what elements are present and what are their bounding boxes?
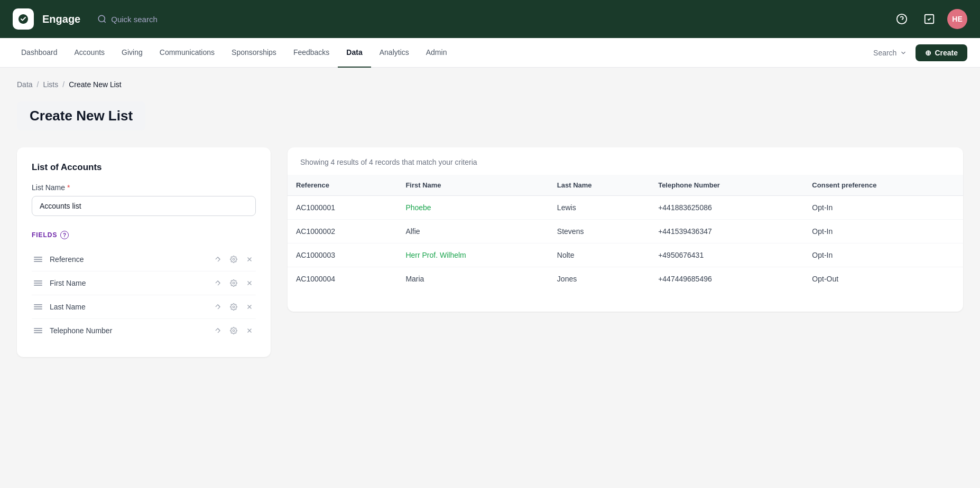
- results-summary: Showing 4 results of 4 records that matc…: [288, 147, 963, 175]
- col-header-telephone: Telephone Number: [650, 175, 803, 196]
- app-logo[interactable]: [13, 8, 34, 30]
- field-actions-reference: [211, 253, 256, 266]
- app-name: Engage: [42, 13, 80, 25]
- table-header-row: Reference First Name Last Name Telephone…: [288, 175, 963, 196]
- sort-icon-last-name[interactable]: [211, 301, 224, 313]
- results-table: Reference First Name Last Name Telephone…: [288, 175, 963, 290]
- col-header-last-name: Last Name: [549, 175, 650, 196]
- col-header-first-name: First Name: [397, 175, 548, 196]
- field-name-first-name: First Name: [50, 279, 206, 287]
- col-header-reference: Reference: [288, 175, 397, 196]
- table-row: AC1000002 Alfie Stevens +441539436347 Op…: [288, 220, 963, 243]
- drag-handle-telephone-number[interactable]: [32, 327, 44, 334]
- breadcrumb-lists[interactable]: Lists: [43, 80, 58, 89]
- cell-reference-1: AC1000001: [288, 196, 397, 220]
- svg-point-10: [233, 306, 235, 308]
- left-panel: List of Accounts List Name * FIELDS ? Re…: [17, 147, 271, 357]
- col-header-consent: Consent preference: [803, 175, 963, 196]
- remove-icon-last-name[interactable]: [243, 301, 256, 313]
- cell-lastname-2: Stevens: [549, 220, 650, 243]
- content-grid: List of Accounts List Name * FIELDS ? Re…: [17, 147, 963, 357]
- settings-icon-reference[interactable]: [227, 253, 240, 266]
- panel-title: List of Accounts: [32, 162, 256, 173]
- cell-firstname-2: Alfie: [397, 220, 548, 243]
- remove-icon-telephone-number[interactable]: [243, 324, 256, 337]
- field-row-last-name: Last Name: [32, 295, 256, 319]
- nav-item-feedbacks[interactable]: Feedbacks: [285, 38, 338, 68]
- field-actions-telephone-number: [211, 324, 256, 337]
- nav-item-dashboard[interactable]: Dashboard: [13, 38, 66, 68]
- drag-handle-reference[interactable]: [32, 256, 44, 263]
- checklist-icon[interactable]: [920, 10, 939, 29]
- create-button[interactable]: ⊕ Create: [916, 44, 967, 61]
- cell-lastname-1: Lewis: [549, 196, 650, 220]
- cell-reference-4: AC1000004: [288, 267, 397, 291]
- field-row-reference: Reference: [32, 248, 256, 271]
- settings-icon-first-name[interactable]: [227, 277, 240, 289]
- cell-consent-4: Opt-Out: [803, 267, 963, 291]
- breadcrumb-data[interactable]: Data: [17, 80, 33, 89]
- table-row: AC1000004 Maria Jones +447449685496 Opt-…: [288, 267, 963, 291]
- cell-firstname-1[interactable]: Phoebe: [397, 196, 548, 220]
- nav-item-analytics[interactable]: Analytics: [371, 38, 418, 68]
- svg-point-13: [233, 330, 235, 332]
- list-name-input[interactable]: [32, 196, 256, 216]
- nav-search[interactable]: Search: [873, 49, 907, 57]
- settings-icon-last-name[interactable]: [227, 301, 240, 313]
- remove-icon-first-name[interactable]: [243, 277, 256, 289]
- table-row: AC1000001 Phoebe Lewis +441883625086 Opt…: [288, 196, 963, 220]
- cell-reference-3: AC1000003: [288, 243, 397, 267]
- cell-telephone-4: +447449685496: [650, 267, 803, 291]
- table-row: AC1000003 Herr Prof. Wilhelm Nolte +4950…: [288, 243, 963, 267]
- required-indicator: *: [67, 183, 70, 192]
- main-content: Data / Lists / Create New List Create Ne…: [0, 68, 980, 370]
- nav-item-data[interactable]: Data: [338, 38, 371, 68]
- field-name-last-name: Last Name: [50, 303, 206, 311]
- user-avatar[interactable]: HE: [947, 9, 967, 29]
- page-title: Create New List: [17, 101, 145, 130]
- remove-icon-reference[interactable]: [243, 253, 256, 266]
- cell-firstname-3[interactable]: Herr Prof. Wilhelm: [397, 243, 548, 267]
- help-icon[interactable]: [892, 10, 911, 29]
- cell-telephone-2: +441539436347: [650, 220, 803, 243]
- secondary-nav: Dashboard Accounts Giving Communications…: [0, 38, 980, 68]
- cell-firstname-4: Maria: [397, 267, 548, 291]
- cell-consent-2: Opt-In: [803, 220, 963, 243]
- nav-item-communications[interactable]: Communications: [151, 38, 223, 68]
- cell-lastname-4: Jones: [549, 267, 650, 291]
- list-name-label: List Name *: [32, 183, 256, 192]
- cell-telephone-1: +441883625086: [650, 196, 803, 220]
- fields-help-icon[interactable]: ?: [60, 231, 69, 239]
- results-panel: Showing 4 results of 4 records that matc…: [288, 147, 963, 312]
- field-actions-first-name: [211, 277, 256, 289]
- breadcrumb-current: Create New List: [69, 80, 122, 89]
- sort-icon-telephone-number[interactable]: [211, 324, 224, 337]
- field-name-telephone-number: Telephone Number: [50, 326, 206, 335]
- field-row-first-name: First Name: [32, 271, 256, 295]
- cell-telephone-3: +4950676431: [650, 243, 803, 267]
- topbar: Engage Quick search HE: [0, 0, 980, 38]
- cell-consent-3: Opt-In: [803, 243, 963, 267]
- field-actions-last-name: [211, 301, 256, 313]
- svg-point-7: [233, 282, 235, 284]
- drag-handle-first-name[interactable]: [32, 279, 44, 287]
- settings-icon-telephone-number[interactable]: [227, 324, 240, 337]
- svg-point-4: [233, 258, 235, 260]
- sort-icon-first-name[interactable]: [211, 277, 224, 289]
- nav-item-accounts[interactable]: Accounts: [66, 38, 114, 68]
- cell-reference-2: AC1000002: [288, 220, 397, 243]
- field-row-telephone-number: Telephone Number: [32, 319, 256, 342]
- cell-consent-1: Opt-In: [803, 196, 963, 220]
- sort-icon-reference[interactable]: [211, 253, 224, 266]
- nav-item-sponsorships[interactable]: Sponsorships: [223, 38, 285, 68]
- topbar-icons: HE: [892, 9, 967, 29]
- cursor-area: [288, 290, 963, 312]
- field-name-reference: Reference: [50, 255, 206, 264]
- nav-item-giving[interactable]: Giving: [113, 38, 151, 68]
- drag-handle-last-name[interactable]: [32, 303, 44, 311]
- quick-search[interactable]: Quick search: [97, 14, 158, 24]
- nav-item-admin[interactable]: Admin: [418, 38, 456, 68]
- fields-label: FIELDS ?: [32, 231, 256, 239]
- cell-lastname-3: Nolte: [549, 243, 650, 267]
- breadcrumb: Data / Lists / Create New List: [17, 80, 963, 89]
